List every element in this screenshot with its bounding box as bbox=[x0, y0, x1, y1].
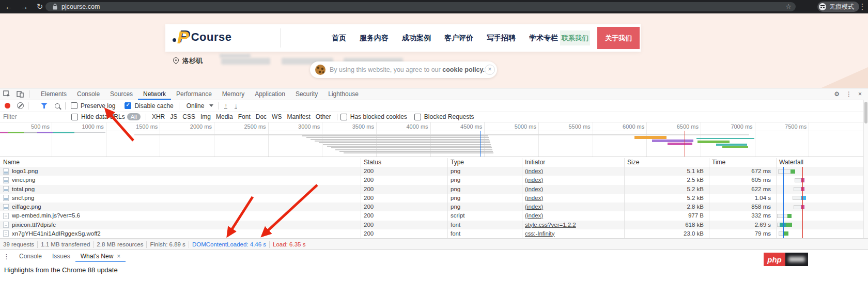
devtools-menu-icon[interactable]: ⋮ bbox=[846, 90, 852, 98]
filter-all-pill[interactable]: All bbox=[127, 113, 141, 120]
request-initiator[interactable]: (index) bbox=[522, 194, 624, 203]
preserve-log-checkbox[interactable] bbox=[71, 102, 78, 109]
gridline bbox=[809, 131, 809, 157]
request-initiator[interactable]: (index) bbox=[522, 185, 624, 194]
filter-type-manifest[interactable]: Manifest bbox=[287, 113, 310, 120]
blocked-requests-checkbox[interactable] bbox=[414, 114, 421, 120]
filter-type-other[interactable]: Other bbox=[316, 113, 331, 120]
request-initiator[interactable]: style.css?ver=1.2.2 bbox=[522, 221, 624, 229]
nav-item-首页[interactable]: 首页 bbox=[332, 34, 346, 43]
table-row[interactable]: eiffage.png200png(index)2.8 kB858 ms bbox=[0, 203, 864, 211]
browser-menu-icon[interactable]: ⋮ bbox=[857, 0, 868, 13]
nav-item-服务内容[interactable]: 服务内容 bbox=[360, 34, 389, 43]
devtools-close-icon[interactable]: × bbox=[858, 90, 862, 98]
scrollbar[interactable] bbox=[863, 100, 868, 238]
column-header-type[interactable]: Type bbox=[447, 158, 522, 167]
whats-new-headline[interactable]: Highlights from the Chrome 88 update bbox=[4, 266, 118, 274]
column-header-waterfall[interactable]: Waterfall bbox=[776, 158, 864, 167]
url-bar[interactable]: pjcourse.com ☆ bbox=[45, 2, 796, 11]
table-row[interactable]: vinci.png200png(index)2.5 kB605 ms bbox=[0, 176, 864, 184]
request-initiator[interactable]: (index) bbox=[522, 211, 624, 220]
hide-data-urls-checkbox[interactable] bbox=[71, 114, 78, 120]
tab-console[interactable]: Console bbox=[72, 88, 105, 100]
tab-elements[interactable]: Elements bbox=[36, 88, 72, 100]
divider bbox=[29, 90, 29, 98]
cookie-close-button[interactable]: × bbox=[485, 65, 495, 75]
request-initiator[interactable]: (index) bbox=[522, 203, 624, 211]
request-name: logo1.png bbox=[0, 167, 361, 176]
record-network-log-button[interactable] bbox=[5, 103, 10, 108]
column-header-status[interactable]: Status bbox=[361, 158, 447, 167]
table-row[interactable]: logo1.png200png(index)5.1 kB672 ms bbox=[0, 167, 864, 176]
filter-type-ws[interactable]: WS bbox=[272, 113, 282, 120]
incognito-badge: 无痕模式 bbox=[817, 2, 859, 12]
reload-icon[interactable]: ↻ bbox=[34, 0, 45, 13]
nav-item-成功案例[interactable]: 成功案例 bbox=[402, 34, 431, 43]
column-header-size[interactable]: Size bbox=[624, 158, 709, 167]
drawer-menu-icon[interactable]: ⋮ bbox=[3, 253, 10, 260]
filter-type-xhr[interactable]: XHR bbox=[152, 113, 165, 120]
waterfall-bar bbox=[791, 169, 795, 174]
tab-lighthouse[interactable]: Lighthouse bbox=[323, 88, 364, 100]
summary-item: Load: 6.35 s bbox=[273, 241, 305, 247]
device-toolbar-icon[interactable] bbox=[13, 88, 27, 100]
settings-gear-icon[interactable]: ⚙ bbox=[834, 90, 840, 98]
has-blocked-cookies-checkbox[interactable] bbox=[340, 114, 347, 120]
gridline bbox=[106, 131, 106, 157]
clear-network-log-icon[interactable] bbox=[17, 102, 24, 109]
nav-item-写手招聘[interactable]: 写手招聘 bbox=[487, 34, 516, 43]
request-type: png bbox=[447, 176, 522, 184]
contact-button[interactable]: 联系我们 bbox=[560, 30, 590, 45]
column-header-time[interactable]: Time bbox=[709, 158, 776, 167]
filter-type-doc[interactable]: Doc bbox=[256, 113, 267, 120]
throttling-select[interactable]: Online bbox=[187, 102, 205, 110]
filter-input[interactable]: Filter bbox=[3, 113, 71, 120]
nav-item-学术专栏[interactable]: 学术专栏 bbox=[529, 34, 558, 43]
table-row[interactable]: xn7gYHE41ni1AdIRggexSg.woff2200fontcss:-… bbox=[0, 229, 864, 238]
tab-network[interactable]: Network bbox=[138, 88, 171, 100]
bookmark-star-icon[interactable]: ☆ bbox=[785, 2, 792, 11]
nav-item-客户评价[interactable]: 客户评价 bbox=[444, 34, 473, 43]
back-icon[interactable]: ← bbox=[3, 0, 14, 13]
filter-type-font[interactable]: Font bbox=[238, 113, 251, 120]
inspect-element-icon[interactable] bbox=[0, 88, 13, 100]
request-initiator[interactable]: (index) bbox=[522, 167, 624, 176]
filter-funnel-icon[interactable] bbox=[41, 103, 48, 108]
column-header-initiator[interactable]: Initiator bbox=[522, 158, 624, 167]
tab-memory[interactable]: Memory bbox=[217, 88, 250, 100]
search-icon[interactable] bbox=[55, 103, 60, 108]
filter-type-js[interactable]: JS bbox=[170, 113, 177, 120]
drawer-tab-what-s-new[interactable]: What's New× bbox=[75, 250, 126, 262]
ruler-tick: 4000 ms bbox=[387, 123, 428, 130]
filter-type-img[interactable]: Img bbox=[200, 113, 211, 120]
request-initiator[interactable]: css:-Infinity bbox=[522, 229, 624, 238]
table-row[interactable]: pixicon.ttf?dpisfc200fontstyle.css?ver=1… bbox=[0, 221, 864, 229]
disable-cache-checkbox[interactable] bbox=[125, 102, 131, 109]
forward-icon[interactable]: → bbox=[19, 0, 30, 13]
drawer-tab-close-icon[interactable]: × bbox=[117, 253, 120, 260]
request-initiator[interactable]: (index) bbox=[522, 176, 624, 184]
tab-sources[interactable]: Sources bbox=[105, 88, 138, 100]
export-har-icon[interactable]: ↓ bbox=[235, 103, 238, 109]
lock-icon bbox=[53, 4, 57, 10]
network-overview[interactable] bbox=[0, 131, 864, 157]
site-logo[interactable]: P Course bbox=[173, 28, 231, 46]
scrollbar-thumb[interactable] bbox=[864, 102, 867, 123]
about-button[interactable]: 关于我们 bbox=[597, 27, 640, 49]
incognito-label: 无痕模式 bbox=[829, 3, 854, 11]
ruler-tick: 500 ms bbox=[8, 123, 50, 130]
network-summary-bar: 39 requests1.1 MB transferred2.8 MB reso… bbox=[0, 238, 868, 250]
tab-security[interactable]: Security bbox=[290, 88, 323, 100]
table-row[interactable]: total.png200png(index)5.2 kB622 ms bbox=[0, 185, 864, 194]
requests-table-body: logo1.png200png(index)5.1 kB672 msvinci.… bbox=[0, 167, 864, 238]
filter-type-css[interactable]: CSS bbox=[182, 113, 195, 120]
table-row[interactable]: wp-embed.min.js?ver=5.6200script(index)9… bbox=[0, 211, 864, 220]
import-har-icon[interactable]: ↑ bbox=[224, 103, 227, 109]
table-row[interactable]: sncf.png200png(index)5.2 kB1.04 s bbox=[0, 194, 864, 203]
tab-performance[interactable]: Performance bbox=[171, 88, 217, 100]
drawer-tab-console[interactable]: Console bbox=[14, 250, 47, 262]
tab-application[interactable]: Application bbox=[250, 88, 290, 100]
drawer-tab-issues[interactable]: Issues bbox=[47, 250, 75, 262]
column-header-name[interactable]: Name bbox=[0, 158, 361, 167]
filter-type-media[interactable]: Media bbox=[216, 113, 233, 120]
